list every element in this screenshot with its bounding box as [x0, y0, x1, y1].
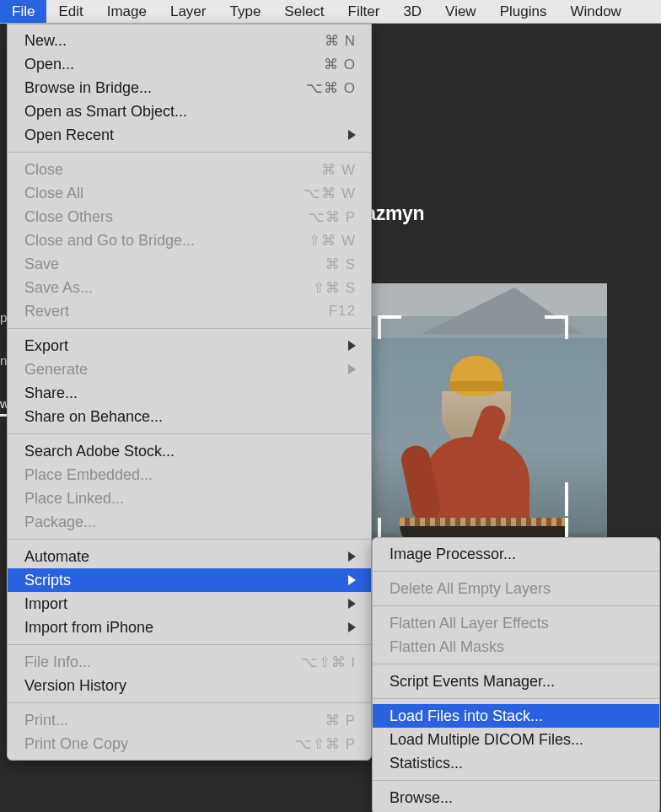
crop-handle-top-right[interactable] — [545, 315, 568, 339]
menu-item-shortcut: ⌘ P — [325, 712, 356, 729]
menu-item-shortcut: ⌥⇧⌘ I — [301, 653, 356, 671]
menu-item-label: Save — [24, 255, 59, 273]
scripts-menu-load-multiple-dicom-files[interactable]: Load Multiple DICOM Files... — [373, 728, 659, 751]
menu-item-label: Revert — [24, 303, 69, 320]
menu-item-label: Open Recent — [24, 126, 114, 144]
menubar-item-plugins[interactable]: Plugins — [488, 0, 559, 23]
file-menu-file-info: File Info...⌥⇧⌘ I — [8, 650, 371, 674]
file-menu-new[interactable]: New...⌘ N — [8, 29, 371, 52]
file-menu-dropdown: New...⌘ NOpen...⌘ OBrowse in Bridge...⌥⌘… — [7, 24, 372, 761]
menu-item-shortcut: ⌘ W — [321, 161, 356, 179]
file-menu-separator — [8, 539, 371, 540]
file-menu-import[interactable]: Import — [8, 592, 371, 616]
menubar-item-3d[interactable]: 3D — [391, 0, 433, 23]
file-menu-place-linked: Place Linked... — [8, 487, 371, 510]
chevron-right-icon — [348, 575, 356, 585]
menu-item-label: Import from iPhone — [24, 619, 153, 637]
file-menu-open-as-smart-object[interactable]: Open as Smart Object... — [8, 99, 371, 123]
menu-item-label: Script Events Manager... — [390, 673, 555, 691]
menu-item-shortcut: F12 — [329, 303, 356, 320]
chevron-right-icon — [348, 599, 356, 609]
menu-item-shortcut: ⌥⇧⌘ P — [295, 735, 356, 753]
menu-item-shortcut: ⇧⌘ W — [309, 232, 356, 250]
file-menu-scripts[interactable]: Scripts — [8, 568, 371, 592]
scripts-menu-separator — [373, 664, 659, 664]
file-menu-package: Package... — [8, 510, 371, 534]
menu-item-label: Delete All Empty Layers — [390, 580, 551, 598]
menu-item-shortcut: ⌘ N — [325, 32, 356, 50]
menu-item-shortcut: ⌥⌘ W — [304, 185, 356, 202]
menu-item-label: Open as Smart Object... — [24, 103, 187, 121]
menubar-item-type[interactable]: Type — [218, 0, 272, 23]
application-menubar: FileEditImageLayerTypeSelectFilter3DView… — [0, 0, 661, 24]
file-menu-browse-in-bridge[interactable]: Browse in Bridge...⌥⌘ O — [8, 76, 371, 99]
chevron-right-icon — [348, 622, 356, 632]
file-menu-automate[interactable]: Automate — [8, 545, 371, 568]
sample-photo[interactable] — [371, 283, 607, 558]
file-menu-close-all: Close All⌥⌘ W — [8, 181, 371, 205]
menu-item-label: Automate — [24, 548, 89, 566]
scripts-menu-separator — [373, 780, 659, 781]
menubar-item-file[interactable]: File — [0, 0, 46, 23]
crop-handle-top-left[interactable] — [378, 315, 401, 339]
menu-item-shortcut: ⌥⌘ O — [306, 79, 356, 97]
scripts-menu-statistics[interactable]: Statistics... — [373, 751, 659, 775]
file-menu-print-one-copy: Print One Copy⌥⇧⌘ P — [8, 732, 371, 756]
menubar-item-window[interactable]: Window — [558, 0, 632, 23]
chevron-right-icon — [348, 551, 356, 562]
menu-item-label: Share on Behance... — [24, 408, 163, 426]
menu-item-label: Print One Copy — [24, 735, 128, 753]
file-menu-open[interactable]: Open...⌘ O — [8, 52, 371, 76]
menu-item-label: Share... — [24, 384, 78, 402]
menu-item-label: Close All — [24, 185, 83, 202]
file-menu-export[interactable]: Export — [8, 334, 371, 358]
file-menu-separator — [8, 152, 371, 153]
menu-item-label: File Info... — [24, 653, 91, 671]
menu-item-label: Version History — [24, 677, 126, 695]
menu-item-label: Close — [24, 161, 63, 179]
menu-item-shortcut: ⇧⌘ S — [313, 279, 356, 297]
scripts-menu-separator — [373, 605, 659, 606]
file-menu-save-as: Save As...⇧⌘ S — [8, 276, 371, 299]
menu-item-label: Save As... — [24, 279, 93, 297]
chevron-right-icon — [348, 341, 356, 351]
menubar-item-image[interactable]: Image — [95, 0, 159, 23]
menu-item-label: Open... — [24, 56, 74, 73]
menu-item-label: Place Embedded... — [24, 466, 153, 484]
menu-item-label: Generate — [24, 361, 88, 379]
chevron-right-icon — [348, 364, 356, 374]
scripts-menu-flatten-all-masks: Flatten All Masks — [373, 635, 659, 659]
menu-item-label: Print... — [24, 712, 68, 729]
crop-handle-right[interactable] — [565, 482, 568, 516]
menubar-item-layer[interactable]: Layer — [159, 0, 218, 23]
menu-item-label: Scripts — [24, 572, 71, 589]
menu-item-label: Browse in Bridge... — [24, 79, 152, 97]
file-menu-search-adobe-stock[interactable]: Search Adobe Stock... — [8, 439, 371, 463]
scripts-menu-browse[interactable]: Browse... — [373, 786, 659, 809]
menu-item-shortcut: ⌘ O — [324, 56, 356, 73]
scripts-menu-delete-all-empty-layers: Delete All Empty Layers — [373, 577, 659, 600]
file-menu-share[interactable]: Share... — [8, 381, 371, 405]
menubar-item-view[interactable]: View — [433, 0, 488, 23]
menubar-item-edit[interactable]: Edit — [46, 0, 94, 23]
file-menu-generate: Generate — [8, 358, 371, 381]
menu-item-label: Load Files into Stack... — [390, 707, 543, 725]
menubar-item-select[interactable]: Select — [272, 0, 336, 23]
scripts-menu-script-events-manager[interactable]: Script Events Manager... — [373, 669, 659, 693]
menu-item-label: Package... — [24, 514, 96, 531]
file-menu-version-history[interactable]: Version History — [8, 674, 371, 697]
scripts-menu-flatten-all-layer-effects: Flatten All Layer Effects — [373, 611, 659, 635]
menubar-item-filter[interactable]: Filter — [336, 0, 392, 23]
file-menu-import-from-iphone[interactable]: Import from iPhone — [8, 616, 371, 639]
menu-item-label: Place Linked... — [24, 490, 124, 508]
scripts-menu-load-files-into-stack[interactable]: Load Files into Stack... — [373, 704, 659, 728]
scripts-menu-image-processor[interactable]: Image Processor... — [373, 542, 659, 566]
file-menu-separator — [8, 328, 371, 329]
file-menu-close: Close⌘ W — [8, 158, 371, 181]
file-menu-open-recent[interactable]: Open Recent — [8, 123, 371, 147]
menu-item-label: Export — [24, 337, 68, 355]
file-menu-share-on-behance[interactable]: Share on Behance... — [8, 405, 371, 428]
menu-item-label: Import — [24, 595, 67, 613]
file-menu-save: Save⌘ S — [8, 252, 371, 276]
menu-item-label: Close and Go to Bridge... — [24, 232, 195, 250]
